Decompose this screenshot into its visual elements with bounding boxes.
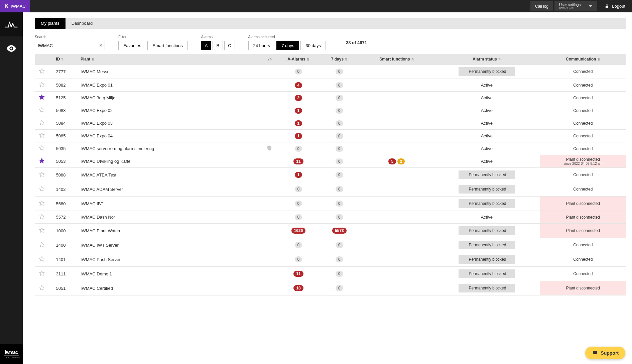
table-row[interactable]: 5084 IWMAC Expo 03 1 0 Active Connected	[35, 117, 626, 130]
a-alarm-badge: 2	[295, 95, 302, 101]
table-row[interactable]: 5083 IWMAC Expo 02 1 0 Active Connected	[35, 104, 626, 117]
cell-smart: 5 2	[360, 155, 434, 168]
cell-plant[interactable]: IWMAC ATEA Test	[77, 168, 261, 182]
call-log-button[interactable]: Call log	[530, 1, 553, 11]
table-row[interactable]: 5082 IWMAC Expo 01 4 0 Active Connected	[35, 79, 626, 92]
col-alarm-status[interactable]: Alarm status⇅	[433, 54, 540, 65]
cell-smart	[360, 104, 434, 117]
table-row[interactable]: 1402 IWMAC ADAM Server 0 0 Permanently b…	[35, 182, 626, 197]
favorite-toggle[interactable]	[39, 109, 45, 114]
cell-plant[interactable]: IWMAC 3etg Miljø	[77, 92, 261, 104]
col-communication[interactable]: Communication⇅	[540, 54, 626, 65]
comm-cell: Connected	[540, 104, 626, 117]
star-icon	[39, 200, 45, 206]
occurred-7d-button[interactable]: 7 days	[276, 41, 299, 50]
favorite-toggle[interactable]	[39, 287, 45, 292]
cell-plant[interactable]: IWMAC Demo 1	[77, 267, 261, 281]
favorite-toggle[interactable]	[39, 258, 45, 263]
cell-plant[interactable]: IWMAC Utvikling og Kaffe	[77, 155, 261, 168]
favorite-toggle[interactable]	[39, 202, 45, 207]
cell-plant[interactable]: IWMAC Expo 03	[77, 117, 261, 130]
star-icon	[39, 186, 45, 192]
cell-plant[interactable]: IWMAC IBT	[77, 197, 261, 211]
cell-plant[interactable]: IWMAC Plant Watch	[77, 224, 261, 238]
table-row[interactable]: 5051 IWMAC Certified 18 0 Permanently bl…	[35, 281, 626, 295]
favorite-toggle[interactable]	[39, 70, 45, 75]
alarm-a-button[interactable]: A	[201, 41, 212, 50]
favorite-toggle[interactable]	[39, 147, 45, 152]
table-row[interactable]: 1400 IWMAC IWT Server 0 0 Permanently bl…	[35, 238, 626, 252]
comm-cell: Connected	[540, 142, 626, 155]
favorite-toggle[interactable]	[39, 134, 45, 139]
cell-plant[interactable]: IWMAC Expo 01	[77, 79, 261, 92]
filter-favorites-button[interactable]: Favorites	[118, 41, 146, 50]
cell-id: 5125	[52, 92, 77, 104]
favorite-toggle[interactable]	[39, 96, 45, 101]
comm-cell: Plant disconnected	[540, 197, 626, 211]
support-bubble[interactable]: Support	[585, 347, 625, 359]
col-a-alarms[interactable]: A-Alarms⇅	[278, 54, 319, 65]
alarm-status-text: Active	[481, 83, 493, 88]
cell-plant[interactable]: IWMAC Messe	[77, 65, 261, 79]
favorite-toggle[interactable]	[39, 244, 45, 249]
cell-smart	[360, 281, 434, 295]
rail-footer-logo-text: iwmac	[5, 350, 18, 355]
table-row[interactable]: 3777 IWMAC Messe 0 0 Permanently blocked…	[35, 65, 626, 79]
rail-footer-logo: iwmac CERTIFIED	[0, 344, 23, 364]
cell-id: 3777	[52, 65, 77, 79]
col-7-days[interactable]: 7 days⇅	[319, 54, 360, 65]
cell-plant[interactable]: IWMAC Dash Nor	[77, 211, 261, 224]
table-row[interactable]: 5088 IWMAC ATEA Test 1 0 Permanently blo…	[35, 168, 626, 182]
col-id[interactable]: ID⇅	[52, 54, 77, 65]
favorite-toggle[interactable]	[39, 188, 45, 193]
table-row[interactable]: 5053 IWMAC Utvikling og Kaffe 11 0 5 2 A…	[35, 155, 626, 168]
col-smart[interactable]: Smart functions⇅	[360, 54, 434, 65]
cell-plant[interactable]: IWMAC IWT Server	[77, 238, 261, 252]
col-plant[interactable]: Plant⇅	[77, 54, 261, 65]
brand-tile[interactable]: K IWMAC	[0, 0, 30, 12]
favorite-toggle[interactable]	[39, 84, 45, 89]
occurred-24h-button[interactable]: 24 hours	[248, 41, 275, 50]
cell-plant[interactable]: IWMAC ADAM Server	[77, 182, 261, 197]
search-input[interactable]	[35, 41, 105, 50]
star-icon	[39, 132, 45, 138]
filter-smart-button[interactable]: Smart functions	[147, 41, 187, 50]
seven-day-badge: 0	[336, 120, 343, 126]
user-settings-button[interactable]: User settings IWMAC AS	[554, 1, 597, 11]
favorite-toggle[interactable]	[39, 173, 45, 178]
occurred-30d-button[interactable]: 30 days	[300, 41, 326, 50]
table-row[interactable]: 5572 IWMAC Dash Nor 0 0 Active Plant dis…	[35, 211, 626, 224]
favorite-toggle[interactable]	[39, 122, 45, 127]
favorite-toggle[interactable]	[39, 160, 45, 165]
tab-my-plants[interactable]: My plants	[35, 18, 66, 29]
cell-plant[interactable]: IWMAC Certified	[77, 281, 261, 295]
table-row[interactable]: 5085 IWMAC Expo 04 1 0 Active Connected	[35, 130, 626, 142]
tab-bar: My plants Dashboard	[35, 18, 626, 29]
favorite-toggle[interactable]	[39, 216, 45, 221]
logout-button[interactable]: Logout	[598, 0, 632, 12]
cell-plant[interactable]: IWMAC Expo 04	[77, 130, 261, 142]
table-row[interactable]: 3111 IWMAC Demo 1 11 0 Permanently block…	[35, 267, 626, 281]
cell-smart	[360, 92, 434, 104]
tab-dashboard[interactable]: Dashboard	[66, 18, 99, 29]
table-row[interactable]: 5680 IWMAC IBT 0 0 Permanently blocked P…	[35, 197, 626, 211]
cell-plant[interactable]: IWMAC Expo 02	[77, 104, 261, 117]
table-row[interactable]: 1000 IWMAC Plant Watch 1626 5573 Permane…	[35, 224, 626, 238]
alarm-b-button[interactable]: B	[213, 41, 223, 50]
rail-home-icon[interactable]	[0, 12, 23, 36]
cell-plant[interactable]: IWMAC serverrom og alarmsimulering	[77, 142, 261, 155]
table-row[interactable]: 5035 IWMAC serverrom og alarmsimulering …	[35, 142, 626, 155]
alarm-c-button[interactable]: C	[224, 41, 235, 50]
favorite-toggle[interactable]	[39, 272, 45, 277]
cell-plant[interactable]: IWMAC Push Server	[77, 252, 261, 267]
rail-eye-icon[interactable]	[0, 36, 23, 60]
clear-search-icon[interactable]: ✕	[99, 43, 103, 48]
cell-id: 5084	[52, 117, 77, 130]
col-icon[interactable]: ▾⇅	[261, 54, 278, 65]
cell-smart	[360, 197, 434, 211]
favorite-toggle[interactable]	[39, 229, 45, 234]
seven-day-badge: 0	[336, 146, 343, 152]
seven-day-badge: 0	[336, 242, 343, 248]
table-row[interactable]: 5125 IWMAC 3etg Miljø 2 0 Active Connect…	[35, 92, 626, 104]
table-row[interactable]: 1401 IWMAC Push Server 0 0 Permanently b…	[35, 252, 626, 267]
